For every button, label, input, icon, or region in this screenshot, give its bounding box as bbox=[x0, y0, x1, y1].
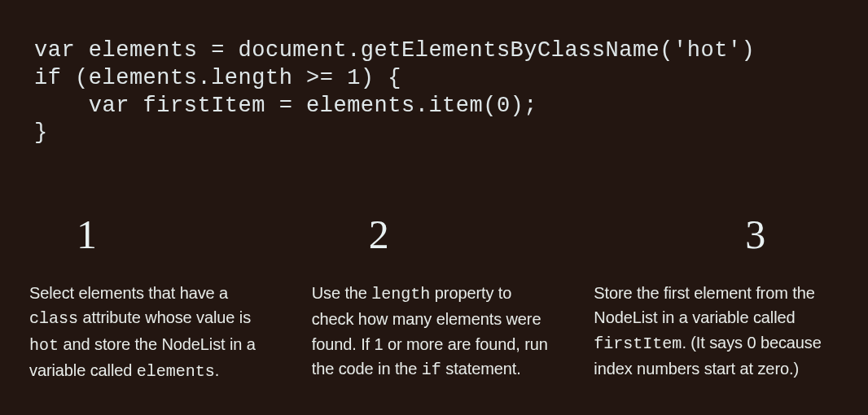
step-3: 3 Store the first element from the NodeL… bbox=[594, 211, 839, 385]
code-line-2: if (elements.length >= 1) { bbox=[34, 66, 401, 90]
text-span: attribute whose value is bbox=[78, 308, 251, 326]
text-span: statement. bbox=[441, 360, 521, 378]
code-span: if bbox=[422, 360, 441, 379]
code-line-3: var firstItem = elements.item(0); bbox=[34, 94, 537, 118]
step-1: 1 Select elements that have a class attr… bbox=[29, 211, 274, 385]
text-span: Select elements that have a bbox=[29, 284, 228, 302]
code-block: var elements = document.getElementsByCla… bbox=[34, 37, 839, 147]
step-number: 2 bbox=[369, 211, 557, 258]
code-span: hot bbox=[29, 336, 59, 355]
code-span: class bbox=[29, 309, 78, 328]
step-number: 3 bbox=[745, 211, 839, 258]
step-2: 2 Use the length property to check how m… bbox=[312, 211, 557, 385]
text-span: Store the first element from the NodeLis… bbox=[594, 284, 814, 326]
step-columns: 1 Select elements that have a class attr… bbox=[29, 211, 839, 385]
step-number: 1 bbox=[77, 211, 274, 258]
text-span: Use the bbox=[312, 284, 372, 302]
text-span: . bbox=[215, 361, 219, 379]
code-line-1: var elements = document.getElementsByCla… bbox=[34, 38, 755, 63]
page: var elements = document.getElementsByCla… bbox=[0, 0, 868, 415]
code-span: length bbox=[371, 285, 430, 304]
code-span: elements bbox=[137, 362, 215, 381]
code-span: firstItem bbox=[594, 334, 682, 353]
code-line-4: } bbox=[34, 120, 48, 145]
step-description: Select elements that have a class attrib… bbox=[29, 281, 274, 385]
step-description: Store the first element from the NodeLis… bbox=[594, 281, 839, 382]
step-description: Use the length property to check how man… bbox=[312, 281, 557, 383]
